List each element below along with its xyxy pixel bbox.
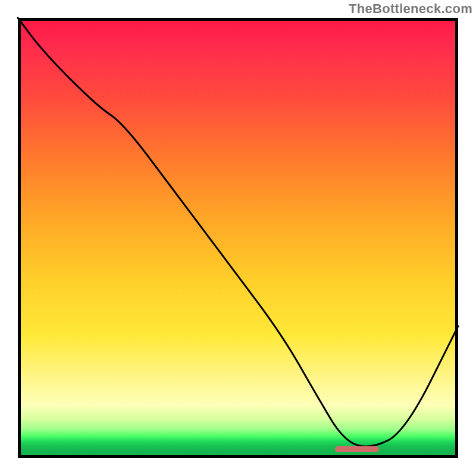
plot-area bbox=[18, 18, 458, 458]
optimal-range-marker bbox=[335, 446, 379, 452]
chart-container: TheBottleneck.com bbox=[0, 0, 476, 476]
watermark-text: TheBottleneck.com bbox=[349, 1, 472, 17]
bottleneck-curve bbox=[18, 18, 458, 458]
